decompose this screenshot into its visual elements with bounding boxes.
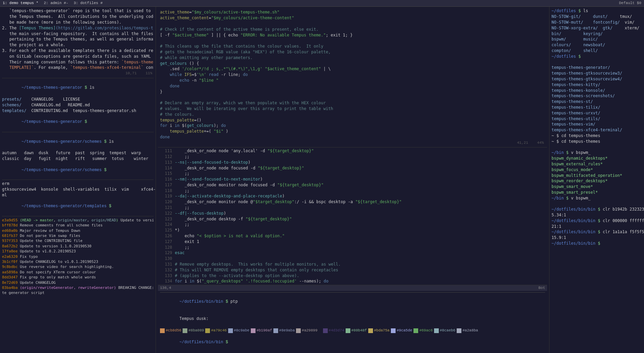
tab-3[interactable]: 3: dotfiles # — [74, 1, 103, 6]
swatch-box-3 — [205, 328, 210, 333]
center-editor: 111 _desk_or_node node 'any.local' -d "$… — [158, 147, 547, 285]
numbered-code: 111 _desk_or_node node 'any.local' -d "$… — [160, 148, 545, 285]
swatch-label-13: #8caeb6 — [440, 328, 455, 333]
git-log-section: e3a9d55 (HEAD -> master, origin/master, … — [2, 216, 154, 296]
swatch-box-6 — [273, 328, 278, 333]
templates-output: erm gtksourceview4 konsole shell-variabl… — [2, 181, 154, 198]
swatch-box-11 — [391, 328, 396, 333]
swatch-11: #9ca5de — [391, 328, 412, 333]
swatch-row: #cb8d56 #8ba089 #a79c46 #8c9abe #b190af — [160, 327, 545, 334]
tempus-dusk-label: Tempus dusk: — [160, 310, 545, 327]
swatch-label-9: #80b48f — [351, 328, 367, 333]
swatch-label-3: #a79c46 — [211, 328, 226, 333]
swatch-label-1: #cb8d56 — [166, 328, 181, 333]
schemes-output: autumn dawn dusk future past spring temp… — [2, 150, 154, 162]
swatch-box-1 — [160, 328, 165, 333]
final-prompt: ~/dotfiles/bin/bin $ — [160, 334, 545, 351]
tab-1[interactable]: 1: demo tempus * — [3, 1, 38, 6]
swatch-box-14 — [457, 328, 461, 333]
swatch-label-10: #bda75a — [374, 328, 390, 333]
templates-section: erm gtksourceview4 konsole shell-variabl… — [2, 180, 154, 216]
bottom-prompt1: ~/dotfiles/bin/bin $ ptp — [160, 293, 545, 310]
swatch-12: #69ac6 — [413, 328, 433, 333]
swatch-1: #cb8d56 — [160, 328, 181, 333]
swatch-4: #8c9abe — [228, 328, 249, 333]
swatch-5: #b190af — [251, 328, 272, 333]
swatch-7: #a29899 — [296, 328, 317, 333]
right-pane: ~/dotfiles $ ls NO-STOW-git/ dunst/ tmux… — [549, 7, 644, 353]
pos-indicator-1: 10,71 11% — [2, 71, 154, 76]
tab-2[interactable]: 2: admin #- — [44, 1, 69, 6]
center-pane: active_theme="$my_colours/active-tempus-… — [156, 7, 549, 353]
swatch-label-11: #9ca5de — [397, 328, 412, 333]
swatch-box-5 — [251, 328, 256, 333]
swatch-14: #a2a8ba — [457, 328, 478, 333]
swatch-label-5: #b190af — [257, 328, 272, 333]
left-pane: `tempus-themes-generator` repo is the to… — [0, 7, 156, 353]
prompt-ls1: ~/tempus-themes-generator $ ls — [2, 80, 154, 97]
swatch-3: #a79c46 — [205, 328, 226, 333]
right-content: ~/dotfiles $ ls NO-STOW-git/ dunst/ tmux… — [552, 8, 642, 246]
cursor-pos: 136,4 — [160, 286, 171, 291]
prompt-templates-end: ~/tempus-themes-generator/templates $ — [2, 198, 154, 215]
prompt-schemes-end: ~/tempus-themes-generator/schemes $ — [2, 162, 154, 179]
mode-indicator: Bot — [538, 286, 545, 291]
swatch-box-2 — [183, 328, 187, 333]
swatch-box-12 — [413, 328, 418, 333]
ls1-output: presets/ CHANGELOG LICENSE schemes/ CHAN… — [2, 97, 154, 113]
bottom-status-bar: 136,4 Bot — [158, 285, 547, 291]
default-label: Default $0 — [619, 1, 641, 6]
tab-list[interactable]: 1: demo tempus * 2: admin #- 3: dotfiles… — [3, 1, 103, 6]
main-container: `tempus-themes-generator` repo is the to… — [0, 7, 644, 353]
swatch-2: #8ba089 — [183, 328, 204, 333]
swatch-box-13 — [434, 328, 439, 333]
center-top-code: active_theme="$my_colours/active-tempus-… — [158, 8, 547, 147]
swatch-9: #80b48f — [346, 328, 367, 333]
swatch-box-8 — [323, 328, 328, 333]
swatch-box-10 — [368, 328, 373, 333]
prompt-2: ~/tempus-themes-generator $ — [2, 113, 154, 130]
ls-section: ~/tempus-themes-generator $ ls presets/ … — [2, 78, 154, 132]
top-bar: 1: demo tempus * 2: admin #- 3: dotfiles… — [0, 0, 644, 7]
swatch-10: #bda75a — [368, 328, 390, 333]
swatch-label-7: #a29899 — [302, 328, 317, 333]
swatch-spacer — [319, 328, 322, 333]
swatch-box-7 — [296, 328, 301, 333]
bottom-terminal: ~/dotfiles/bin/bin $ ptp Tempus dusk: #c… — [158, 291, 547, 352]
swatch-box-9 — [346, 328, 350, 333]
swatch-label-12: #69ac6 — [419, 328, 433, 333]
swatch-box-4 — [228, 328, 233, 333]
swatch-13: #8caeb6 — [434, 328, 455, 333]
readme-section: `tempus-themes-generator` repo is the to… — [2, 8, 154, 78]
swatch-label-4: #8c9abe — [234, 328, 249, 333]
swatch-6: #8e9aba — [273, 328, 295, 333]
schemes-section: ~/tempus-themes-generator/schemes $ ls a… — [2, 132, 154, 180]
swatch-8: #4d3d74 — [323, 328, 344, 333]
swatch-label-2: #8ba089 — [188, 328, 204, 333]
swatch-label-8: #4d3d74 — [329, 328, 344, 333]
swatch-label-14: #a2a8ba — [462, 328, 478, 333]
readme-text: `tempus-themes-generator` repo is the to… — [2, 8, 154, 71]
git-log: e3a9d55 (HEAD -> master, origin/master, … — [2, 218, 154, 296]
prompt-schemes: ~/tempus-themes-generator/schemes $ ls — [2, 133, 154, 150]
active-theme-vars: active_theme="$my_colours/active-tempus-… — [160, 9, 545, 140]
swatch-label-6: #8e9aba — [279, 328, 295, 333]
pos-indicator-top: 41,21 44% — [160, 140, 545, 146]
